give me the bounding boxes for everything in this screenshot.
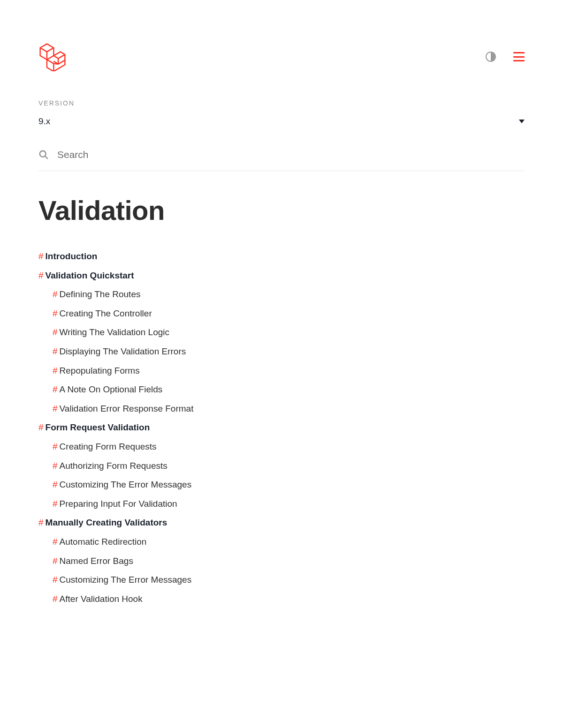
toc-link[interactable]: Introduction [46,251,98,261]
hash-icon: # [53,366,58,375]
toc-item: #Writing The Validation Logic [38,326,525,339]
toc-link[interactable]: Form Request Validation [46,422,150,432]
version-value: 9.x [38,116,50,127]
page-title: Validation [38,195,525,226]
toc-link[interactable]: Automatic Redirection [60,537,147,547]
toc-link[interactable]: Validation Error Response Format [60,404,194,413]
toc-item: #Authorizing Form Requests [38,460,525,473]
toc-item: #Creating The Controller [38,308,525,320]
toc-link[interactable]: Customizing The Error Messages [60,575,192,585]
hash-icon: # [53,499,58,509]
toc-item: #Introduction [38,250,525,263]
toc-item: #A Note On Optional Fields [38,383,525,396]
table-of-contents: #Introduction#Validation Quickstart#Defi… [38,250,525,605]
toc-link[interactable]: Customizing The Error Messages [60,480,192,489]
hash-icon: # [53,442,58,451]
version-section: VERSION 9.x [38,99,525,127]
search-input[interactable] [57,149,525,160]
hash-icon: # [53,404,58,413]
hash-icon: # [53,480,58,489]
toc-link[interactable]: A Note On Optional Fields [60,384,163,394]
hash-icon: # [38,422,44,432]
toc-link[interactable]: Defining The Routes [60,289,141,299]
toc-item: #Validation Error Response Format [38,403,525,415]
toc-item: #Customizing The Error Messages [38,574,525,586]
hash-icon: # [53,308,58,318]
toc-link[interactable]: Writing The Validation Logic [60,327,169,337]
toc-link[interactable]: After Validation Hook [60,594,143,604]
search-icon [38,150,49,160]
toc-item: #Displaying The Validation Errors [38,345,525,358]
toc-link[interactable]: Displaying The Validation Errors [60,346,186,356]
version-label: VERSION [38,99,525,107]
toc-item: #Creating Form Requests [38,441,525,453]
hash-icon: # [53,346,58,356]
toc-item: #Preparing Input For Validation [38,498,525,510]
toc-link[interactable]: Preparing Input For Validation [60,499,177,509]
theme-toggle-icon[interactable] [485,51,496,62]
toc-item: #Automatic Redirection [38,536,525,548]
toc-item: #Named Error Bags [38,555,525,568]
toc-item: #Manually Creating Validators [38,517,525,529]
toc-link[interactable]: Repopulating Forms [60,366,140,375]
hash-icon: # [53,594,58,604]
hash-icon: # [53,537,58,547]
toc-item: #Defining The Routes [38,288,525,301]
hash-icon: # [53,556,58,566]
hash-icon: # [53,384,58,394]
toc-item: #Form Request Validation [38,421,525,434]
hash-icon: # [38,518,44,527]
hash-icon: # [53,575,58,585]
toc-link[interactable]: Authorizing Form Requests [60,461,167,471]
svg-line-2 [45,156,48,159]
hamburger-menu-icon[interactable] [513,52,525,61]
toc-link[interactable]: Named Error Bags [60,556,133,566]
hash-icon: # [38,270,44,280]
toc-item: #Repopulating Forms [38,365,525,377]
toc-link[interactable]: Creating The Controller [60,308,152,318]
toc-link[interactable]: Creating Form Requests [60,442,157,451]
hash-icon: # [53,461,58,471]
toc-link[interactable]: Manually Creating Validators [46,518,167,527]
toc-item: #Customizing The Error Messages [38,479,525,491]
header-controls [485,51,525,62]
toc-item: #After Validation Hook [38,593,525,606]
header [38,42,525,71]
hash-icon: # [53,289,58,299]
hash-icon: # [53,327,58,337]
search-section [38,149,525,171]
toc-item: #Validation Quickstart [38,270,525,282]
laravel-logo-icon[interactable] [38,42,67,71]
chevron-down-icon [519,120,525,123]
hash-icon: # [38,251,44,261]
toc-link[interactable]: Validation Quickstart [46,270,134,280]
version-selector[interactable]: 9.x [38,116,525,127]
